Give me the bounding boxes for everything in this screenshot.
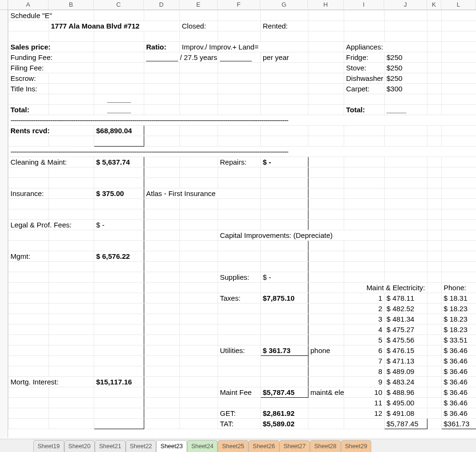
column-header-J[interactable]: J [384,0,427,10]
repairs-val: $ - [261,157,308,167]
month-1-me: $ 478.11 [385,293,427,304]
sheet-tab-sheet28[interactable]: Sheet28 [310,440,341,452]
maint-electricity-header: Maint & Electricity: [344,283,427,293]
insurance-note: Atlas - First Insurance [144,188,261,199]
tat-label: TAT: [218,419,261,429]
fridge-val: $250 [385,52,427,63]
column-header-L[interactable]: L [441,0,476,10]
column-header-C[interactable]: C [94,0,144,10]
sheet-tab-sheet26[interactable]: Sheet26 [248,440,279,452]
utilities-label: Utilities: [218,345,261,356]
column-header-H[interactable]: H [308,0,344,10]
supplies-label: Supplies: [218,272,261,283]
month-12-me: $ 491.08 [385,408,427,419]
get-val: $2,861.92 [261,408,308,419]
month-8-ph: $ 36.46 [442,366,476,377]
month-12-ph: $ 36.46 [442,408,476,419]
capimp-label: Capital Improvements: (Depreciate) [218,230,385,241]
filing-fee-label: Filing Fee: [9,63,94,73]
mortg-val: $15,117.16 [94,377,144,387]
month-8-n: 8 [344,366,385,377]
rented-label: Rented: [261,21,308,31]
ratio-text: Improv./ Improv.+ Land= [180,42,308,52]
maintfee-label: Maint Fee [218,387,261,398]
month-4-n: 4 [344,324,385,335]
column-header-G[interactable]: G [260,0,308,10]
tat-val: $5,589.02 [261,419,308,429]
sheet-tab-sheet24[interactable]: Sheet24 [187,440,218,452]
utilities-val: $ 361.73 [261,345,308,356]
month-7-n: 7 [344,356,385,366]
mgmt-label: Mgmt: [9,251,49,262]
sheet-tab-sheet19[interactable]: Sheet19 [33,440,64,452]
stove-label: Stove: [344,63,385,73]
row-headers [0,10,8,438]
sheet-tab-sheet25[interactable]: Sheet25 [218,440,248,452]
month-5-me: $ 475.56 [385,335,427,345]
maintfee-note: maint& ele [308,387,344,398]
dashline-2: ----------------------------------------… [9,147,476,157]
month-5-n: 5 [344,335,385,345]
taxes-val: $7,875.10 [261,293,308,304]
month-2-ph: $ 18.23 [442,304,476,314]
stove-val: $250 [385,63,427,73]
month-7-ph: $ 36.46 [442,356,476,366]
underline-2: ______ [94,105,144,115]
month-9-me: $ 483.24 [385,377,427,387]
title-ins-label: Title Ins: [9,84,49,94]
carpet-val: $300 [385,84,427,94]
carpet-label: Carpet: [344,84,385,94]
column-header-K[interactable]: K [427,0,441,10]
column-header-D[interactable]: D [144,0,179,10]
sheet-tab-sheet22[interactable]: Sheet22 [126,440,157,452]
cells-area[interactable]: Schedule "E" 1777 Ala Moana Blvd #712 Cl… [8,10,476,438]
month-6-me: $ 476.15 [385,345,427,356]
insurance-label: Insurance: [9,188,49,199]
sheet-tab-sheet27[interactable]: Sheet27 [279,440,310,452]
funding-fee-label: Funding Fee: [9,52,94,63]
ph-total: $361.73 [442,419,476,429]
sheet-tab-sheet21[interactable]: Sheet21 [95,440,126,452]
escrow-label: Escrow: [9,73,49,84]
month-12-n: 12 [344,408,385,419]
insurance-val: $ 375.00 [94,188,144,199]
schedule-title: Schedule "E" [9,10,94,21]
month-8-me: $ 489.09 [385,366,427,377]
column-header-F[interactable]: F [218,0,260,10]
month-11-ph: $ 36.46 [442,398,476,408]
month-10-me: $ 488.96 [385,387,427,398]
column-header-I[interactable]: I [344,0,384,10]
ratio-label: Ratio: [144,42,180,52]
sheet-tab-sheet29[interactable]: Sheet29 [341,440,372,452]
column-header-B[interactable]: B [49,0,94,10]
sheet-tab-sheet23[interactable]: Sheet23 [156,440,187,452]
month-10-ph: $ 36.46 [442,387,476,398]
legal-val: $ - [94,220,144,230]
cleaning-val: $ 5,637.74 [94,157,144,167]
month-4-ph: $ 18.23 [442,324,476,335]
phone-header: Phone: [442,283,476,293]
fridge-label: Fridge: [344,52,385,63]
repairs-label: Repairs: [218,157,261,167]
month-7-me: $ 471.13 [385,356,427,366]
appliances-header: Appliances: [344,42,427,52]
sheet-tabstrip: Sheet19Sheet20Sheet21Sheet22Sheet23Sheet… [0,439,476,452]
depr-text1: ________ / 27.5 years [144,52,218,63]
closed-label: Closed: [180,21,218,31]
month-6-ph: $ 36.46 [442,345,476,356]
month-3-me: $ 481.34 [385,314,427,324]
column-header-E[interactable]: E [179,0,218,10]
sheet-tab-sheet20[interactable]: Sheet20 [64,440,95,452]
maintfee-val: $5,787.45 [261,387,308,398]
underline-1: ______ [94,94,144,105]
appliance-total-underline: _____ [385,105,427,115]
month-6-n: 6 [344,345,385,356]
month-1-n: 1 [344,293,385,304]
rents-rcvd-val: $68,890.04 [94,126,144,136]
month-11-me: $ 495.00 [385,398,427,408]
utilities-note: phone [308,345,344,356]
total-label: Total: [9,105,49,115]
column-headers: ABCDEFGHIJKL [0,0,476,10]
column-header-A[interactable]: A [8,0,49,10]
legal-label: Legal & Prof. Fees: [9,220,94,230]
